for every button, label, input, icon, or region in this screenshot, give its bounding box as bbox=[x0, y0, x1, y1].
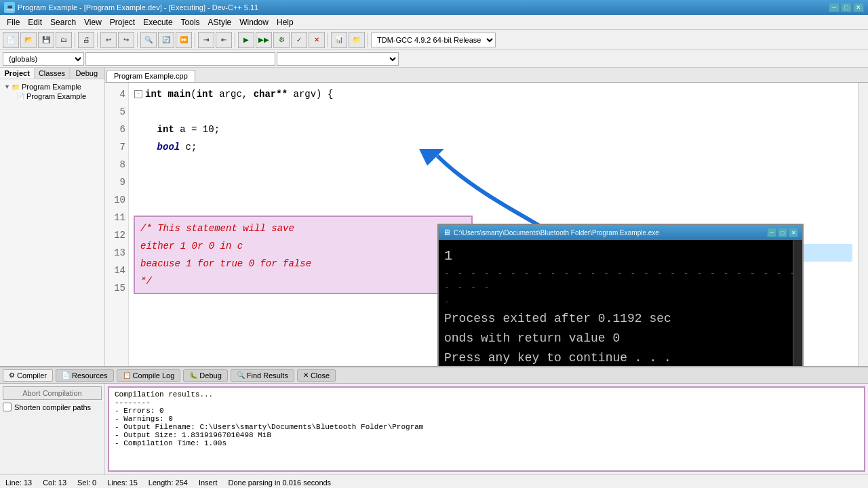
code-token: bool bbox=[157, 138, 180, 156]
sidebar-tab-project[interactable]: Project bbox=[0, 68, 35, 79]
bottom-tab-debug[interactable]: 🐛 Debug bbox=[183, 369, 227, 382]
bottom-tab-compilelog[interactable]: 📋 Compile Log bbox=[117, 369, 181, 382]
bottom-tab-findresults[interactable]: 🔍 Find Results bbox=[231, 369, 294, 382]
console-window: 🖥 C:\Users\smarty\Documents\Bluetooth Fo… bbox=[437, 224, 804, 366]
code-token: a = 10; bbox=[174, 121, 220, 138]
minimize-button[interactable]: ─ bbox=[829, 3, 840, 12]
console-scrollbar-vertical[interactable] bbox=[793, 240, 802, 366]
code-token: 0; bbox=[191, 262, 208, 279]
menu-item-search[interactable]: Search bbox=[46, 16, 80, 28]
menu-item-tools[interactable]: Tools bbox=[177, 16, 204, 28]
find-next-button[interactable]: ⏩ bbox=[176, 32, 192, 48]
console-titlebar: 🖥 C:\Users\smarty\Documents\Bluetooth Fo… bbox=[439, 225, 802, 240]
comp-line-size: - Output Size: 1.83191967010498 MiB bbox=[115, 431, 859, 439]
console-line4: Process exited after 0.1192 sec bbox=[444, 309, 797, 329]
unindent-button[interactable]: ⇤ bbox=[216, 32, 232, 48]
console-maximize-button[interactable]: □ bbox=[778, 228, 787, 237]
console-close-button[interactable]: ✕ bbox=[789, 228, 798, 237]
statusbar: Line: 13 Col: 13 Sel: 0 Lines: 15 Length… bbox=[0, 474, 868, 488]
redo-button[interactable]: ↪ bbox=[118, 32, 134, 48]
code-token: argv) { bbox=[288, 85, 333, 103]
console-title: C:\Users\smarty\Documents\Bluetooth Fold… bbox=[454, 229, 767, 237]
print-button[interactable]: 🖨 bbox=[78, 32, 94, 48]
indent-button[interactable]: ⇥ bbox=[198, 32, 214, 48]
menu-item-project[interactable]: Project bbox=[106, 16, 139, 28]
editor-tab-cpp[interactable]: Program Example.cpp bbox=[106, 70, 195, 82]
save-all-button[interactable]: 🗂 bbox=[56, 32, 72, 48]
console-icon: 🖥 bbox=[443, 228, 451, 237]
findresults-tab-icon: 🔍 bbox=[237, 371, 245, 379]
bottom-tab-close[interactable]: ✕ Close bbox=[297, 369, 336, 382]
shorten-paths-checkbox[interactable] bbox=[3, 403, 12, 411]
tree-item-program-example-root[interactable]: ▼ 📁 Program Example bbox=[3, 82, 102, 92]
toolbar1: 📄 📂 💾 🗂 🖨 ↩ ↪ 🔍 🔄 ⏩ ⇥ ⇤ ▶ ▶▶ ⚙ ✓ ✕ 📊 📁 T… bbox=[0, 30, 868, 50]
search-target-dropdown[interactable] bbox=[277, 52, 399, 66]
code-line-10 bbox=[134, 191, 852, 209]
menu-item-file[interactable]: File bbox=[3, 16, 24, 28]
abort-compilation-button[interactable]: Abort Compilation bbox=[3, 386, 102, 400]
findresults-tab-label: Find Results bbox=[247, 371, 288, 380]
code-line-8 bbox=[134, 156, 852, 174]
menu-item-window[interactable]: Window bbox=[235, 16, 273, 28]
compilation-output: Compilation results... -------- - Errors… bbox=[108, 386, 865, 472]
bottom-content: Abort Compilation Shorten compiler paths… bbox=[0, 384, 868, 474]
status-mode: Insert bbox=[199, 479, 218, 487]
console-minimize-button[interactable]: ─ bbox=[767, 228, 776, 237]
maximize-button[interactable]: □ bbox=[841, 3, 852, 12]
tree-item-program-example-file[interactable]: 📄 Program Example bbox=[3, 92, 102, 101]
compiler-dropdown[interactable]: TDM-GCC 4.9.2 64-bit Release bbox=[371, 33, 496, 47]
compiler-side-panel: Abort Compilation Shorten compiler paths bbox=[0, 384, 105, 474]
app-icon: 💻 bbox=[4, 2, 15, 13]
save-button[interactable]: 💾 bbox=[38, 32, 54, 48]
separator4 bbox=[195, 33, 195, 47]
bottom-tab-compiler[interactable]: ⚙ Compiler bbox=[3, 369, 53, 382]
bottom-tabs: ⚙ Compiler 📄 Resources 📋 Compile Log 🐛 D… bbox=[0, 367, 868, 384]
editor-tabs: Program Example.cpp bbox=[105, 68, 868, 83]
sidebar-tab-classes[interactable]: Classes bbox=[35, 68, 69, 79]
open-button[interactable]: 📂 bbox=[20, 32, 37, 48]
compiler-tab-label: Compiler bbox=[17, 371, 47, 380]
search-input[interactable] bbox=[85, 52, 275, 66]
replace-button[interactable]: 🔄 bbox=[158, 32, 174, 48]
scope-dropdown[interactable]: (globals) bbox=[3, 52, 84, 66]
menu-item-execute[interactable]: Execute bbox=[139, 16, 176, 28]
tree-label-root: Program Example bbox=[22, 83, 81, 91]
code-token: ( bbox=[191, 85, 196, 103]
code-line-7: bool c; bbox=[134, 138, 852, 156]
code-indent bbox=[134, 121, 157, 138]
editor-scrollbar[interactable] bbox=[858, 83, 868, 366]
separator6 bbox=[328, 33, 328, 47]
find-button[interactable]: 🔍 bbox=[140, 32, 157, 48]
code-token: c = (a > 5) ? bbox=[157, 226, 237, 244]
menubar: FileEditSearchViewProjectExecuteToolsASt… bbox=[0, 15, 868, 30]
resources-tab-icon: 📄 bbox=[62, 371, 70, 379]
check-syntax-button[interactable]: ✓ bbox=[291, 32, 307, 48]
bottom-tab-resources[interactable]: 📄 Resources bbox=[56, 369, 114, 382]
comp-line-time: - Compilation Time: 1.00s bbox=[115, 439, 859, 447]
profile-button[interactable]: 📊 bbox=[331, 32, 347, 48]
project-button[interactable]: 📁 bbox=[349, 32, 365, 48]
undo-button[interactable]: ↩ bbox=[100, 32, 117, 48]
code-token: false bbox=[277, 226, 305, 244]
compiler-tab-icon: ⚙ bbox=[9, 371, 15, 379]
close-button[interactable]: ✕ bbox=[853, 3, 864, 12]
run-button[interactable]: ▶▶ bbox=[256, 32, 272, 48]
sidebar-tab-debug[interactable]: Debug bbox=[70, 68, 104, 79]
status-length: Length: 254 bbox=[149, 479, 188, 487]
new-button[interactable]: 📄 bbox=[3, 32, 19, 48]
status-message: Done parsing in 0.016 seconds bbox=[228, 479, 331, 487]
compile-button[interactable]: ▶ bbox=[238, 32, 254, 48]
stop-button[interactable]: ✕ bbox=[309, 32, 325, 48]
separator3 bbox=[137, 33, 138, 47]
sidebar-tabs: Project Classes Debug bbox=[0, 68, 104, 79]
code-token: : bbox=[260, 226, 277, 244]
compile-run-button[interactable]: ⚙ bbox=[273, 32, 290, 48]
menu-item-edit[interactable]: Edit bbox=[24, 16, 46, 28]
comp-separator: -------- bbox=[115, 399, 859, 407]
comp-line-output: - Output Filename: C:\Users\smarty\Docum… bbox=[115, 423, 859, 431]
menu-item-help[interactable]: Help bbox=[273, 16, 298, 28]
expand-icon-4: - bbox=[134, 90, 142, 98]
menu-item-astyle[interactable]: AStyle bbox=[204, 16, 236, 28]
menu-item-view[interactable]: View bbox=[80, 16, 106, 28]
compilelog-tab-icon: 📋 bbox=[123, 371, 131, 379]
